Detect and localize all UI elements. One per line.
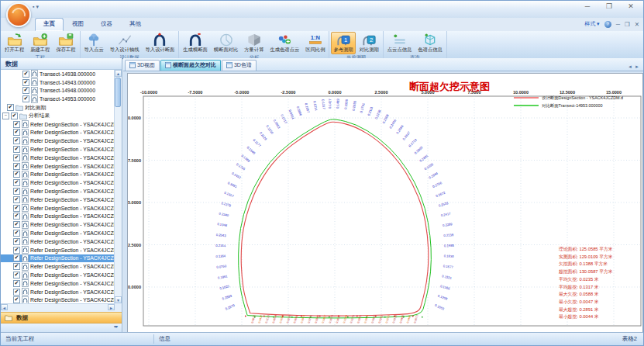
- checkbox[interactable]: ✔: [13, 129, 20, 136]
- tab-scroll-right-icon[interactable]: ►: [635, 64, 639, 69]
- tree-item-refer-section[interactable]: ✔Refer DesignSection - YSACK4JCZDN: [1, 154, 115, 162]
- tree-horizontal-scrollbar[interactable]: ◄ ►: [1, 303, 115, 310]
- quick-access-toolbar[interactable]: ▪ ▾: [33, 4, 39, 10]
- checkbox[interactable]: ✔: [22, 79, 29, 86]
- checkbox[interactable]: ✔: [13, 221, 20, 228]
- tree-item-compare-period[interactable]: ✔对比测期: [1, 103, 115, 112]
- checkbox[interactable]: ✔: [11, 112, 18, 119]
- button-横断面对比[interactable]: 横断面对比: [212, 32, 240, 54]
- tree-item-refer-section[interactable]: ✔Refer DesignSection - YSACK4JCZDN: [1, 162, 115, 171]
- tree-item-transect[interactable]: ✔Transect-14938.000000: [1, 70, 115, 78]
- checkbox[interactable]: ✔: [22, 71, 29, 78]
- checkbox[interactable]: ✔: [13, 280, 20, 287]
- button-导入设计断面[interactable]: 导入设计断面: [143, 32, 177, 54]
- tree-item-refer-section[interactable]: ✔Refer DesignSection - YSACK4JCZDN: [1, 271, 115, 279]
- ribbon-tab-视图[interactable]: 视图: [64, 18, 92, 31]
- scroll-up-icon[interactable]: ▲: [115, 70, 122, 77]
- tree-item-refer-section[interactable]: ✔Refer DesignSection - YSACK4JCZDN: [1, 262, 115, 271]
- ribbon-tab-主页[interactable]: 主页: [35, 18, 64, 31]
- button-参考测期[interactable]: 1参考测期: [331, 32, 355, 54]
- scroll-right-icon[interactable]: ►: [108, 304, 115, 310]
- checkbox[interactable]: ✔: [13, 247, 20, 254]
- checkbox[interactable]: ✔: [13, 196, 20, 203]
- checkbox[interactable]: ✔: [13, 263, 20, 270]
- doc-tab-3D色谱[interactable]: 3D色谱: [222, 60, 257, 71]
- button-点云点信息[interactable]: 点云点信息: [385, 32, 414, 54]
- checkbox[interactable]: ✔: [22, 95, 29, 102]
- data-panel-tab[interactable]: 数据: [1, 312, 122, 324]
- button-对比测期[interactable]: 2对比测期: [357, 32, 381, 54]
- checkbox[interactable]: ✔: [7, 104, 14, 111]
- tree-item-refer-section[interactable]: ✔Refer DesignSection - YSACK4JCZDN: [1, 195, 115, 204]
- checkbox[interactable]: ✔: [13, 230, 20, 237]
- doc-tab-横断面超欠挖对比[interactable]: 横断面超欠挖对比: [160, 60, 221, 71]
- button-生成横断面[interactable]: 生成横断面: [181, 32, 209, 54]
- ribbon-tab-仪器[interactable]: 仪器: [92, 18, 121, 31]
- help-icon[interactable]: ?: [604, 21, 611, 28]
- button-打开工程[interactable]: 打开工程: [2, 32, 26, 54]
- tree-item-transect[interactable]: ✔Transect-14943.000000: [1, 78, 115, 87]
- doc-tab-3D视图[interactable]: 3D视图: [125, 60, 160, 71]
- tree-item-refer-section[interactable]: ✔Refer DesignSection - YSACK4JCZDN: [1, 120, 115, 129]
- tree-item-transect[interactable]: ✔Transect-14953.000000: [1, 95, 115, 103]
- checkbox[interactable]: ✔: [13, 238, 20, 245]
- collapse-icon[interactable]: −: [2, 112, 9, 119]
- checkbox[interactable]: ✔: [13, 121, 20, 128]
- checkbox[interactable]: ✔: [13, 272, 20, 279]
- tree-item-refer-section[interactable]: ✔Refer DesignSection - YSACK4JCZDN: [1, 229, 115, 237]
- tree-vertical-scrollbar[interactable]: ▲ ▼: [114, 70, 122, 303]
- tree-item-refer-section[interactable]: ✔Refer DesignSection - YSACK4JCZDN: [1, 171, 115, 179]
- checkbox[interactable]: ✔: [13, 188, 20, 195]
- checkbox[interactable]: ✔: [13, 213, 20, 220]
- button-导入设计轴线[interactable]: 导入设计轴线: [108, 32, 142, 54]
- window-restore-button[interactable]: ❐: [604, 2, 614, 10]
- button-区间比例[interactable]: 1:N区间比例: [303, 32, 327, 54]
- button-导入点云[interactable]: 导入点云: [82, 32, 106, 54]
- tree-item-refer-section[interactable]: ✔Refer DesignSection - YSACK4JCZDN: [1, 129, 115, 137]
- tree-item-refer-section[interactable]: ✔Refer DesignSection - YSACK4JCZDN: [1, 237, 115, 246]
- button-方量计算[interactable]: 方量计算: [242, 32, 266, 54]
- button-生成色谱点云[interactable]: 生成色谱点云: [267, 32, 301, 54]
- tree-item-refer-section[interactable]: ✔Refer DesignSection - YSACK4JCZDN: [1, 204, 115, 213]
- tree-item-refer-section[interactable]: ✔Refer DesignSection - YSACK4JCZDN: [1, 145, 115, 154]
- checkbox[interactable]: ✔: [13, 171, 20, 178]
- checkbox[interactable]: ✔: [22, 87, 29, 94]
- checkbox[interactable]: ✔: [13, 163, 20, 170]
- tree-item-refer-section[interactable]: ✔Refer DesignSection - YSACK4JCZDN: [1, 213, 115, 221]
- tree-item-refer-section[interactable]: ✔Refer DesignSection - YSACK4JCZDN: [1, 187, 115, 195]
- checkbox[interactable]: ✔: [13, 154, 20, 161]
- app-logo-icon[interactable]: [6, 2, 31, 27]
- checkbox[interactable]: ✔: [13, 137, 20, 144]
- tree-item-refer-section[interactable]: ✔Refer DesignSection - YSACK4JCZDN: [1, 288, 115, 296]
- window-minimize-button[interactable]: ─: [583, 2, 592, 10]
- window-close-button[interactable]: ✕: [626, 2, 635, 10]
- style-dropdown[interactable]: 样式 ▾: [584, 20, 599, 28]
- tree-item-refer-section[interactable]: ✔Refer DesignSection - YSACK4JCZDN: [1, 178, 115, 187]
- tree-item-refer-section[interactable]: ✔Refer DesignSection - YSACK4JCZDN: [1, 279, 115, 288]
- mdi-restore-button[interactable]: ❐: [625, 21, 630, 28]
- scroll-down-icon[interactable]: ▼: [115, 296, 122, 303]
- button-色谱点信息[interactable]: 色谱点信息: [415, 32, 444, 54]
- checkbox[interactable]: ✔: [13, 205, 20, 212]
- checkbox[interactable]: ✔: [13, 296, 20, 303]
- scroll-left-icon[interactable]: ◄: [1, 304, 8, 310]
- mdi-close-button[interactable]: ✕: [635, 21, 639, 28]
- tree-item-refer-section[interactable]: ✔Refer DesignSection - YSACK4JCZDN: [1, 246, 115, 254]
- tab-scroll-left-icon[interactable]: ◄: [628, 64, 632, 69]
- tree-item-refer-section[interactable]: ✔Refer DesignSection - YSACK4JCZDN: [1, 220, 115, 229]
- tree-item-transect[interactable]: ✔Transect-14948.000000: [1, 87, 115, 95]
- cross-section-chart[interactable]: -10.0000-7.5000-5.0000-2.50000.00002.500…: [127, 73, 643, 334]
- tree-item-refer-section[interactable]: ✔Refer DesignSection - YSACK4JCZDN: [1, 254, 115, 263]
- checkbox[interactable]: ✔: [13, 289, 20, 296]
- vscroll-thumb[interactable]: [115, 78, 121, 107]
- button-新建工程[interactable]: 新建工程: [28, 32, 52, 54]
- tree-item-analysis-result[interactable]: −✔分析结果: [1, 112, 115, 120]
- tree-item-refer-section[interactable]: ✔Refer DesignSection - YSACK4JCZDN: [1, 296, 115, 303]
- checkbox[interactable]: ✔: [13, 179, 20, 186]
- mdi-minimize-button[interactable]: ─: [616, 21, 620, 28]
- checkbox[interactable]: ✔: [13, 254, 20, 261]
- ribbon-tab-其他[interactable]: 其他: [121, 18, 150, 31]
- tree-item-refer-section[interactable]: ✔Refer DesignSection - YSACK4JCZDN: [1, 137, 115, 145]
- checkbox[interactable]: ✔: [13, 146, 20, 153]
- button-保存工程[interactable]: 保存工程: [53, 32, 77, 54]
